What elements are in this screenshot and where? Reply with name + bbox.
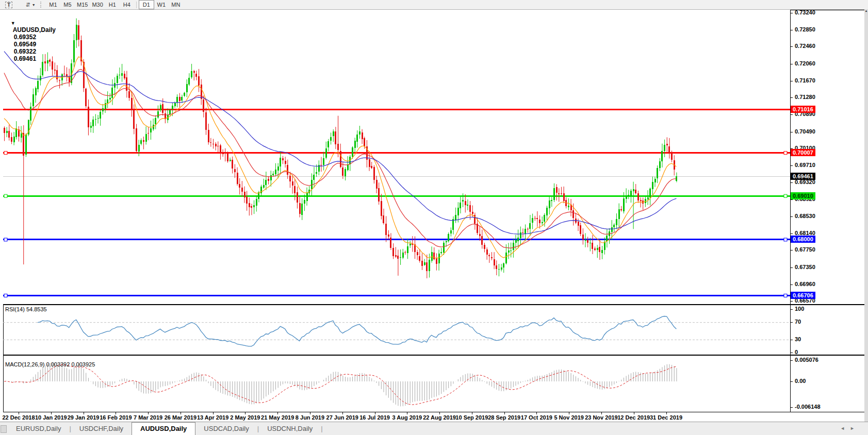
date-tick-label: 2 May 2019 [230, 414, 260, 421]
candle-body [578, 222, 579, 226]
hline-handle-right[interactable] [784, 152, 787, 155]
candle-body [88, 107, 89, 127]
chart-tab-usdchf[interactable]: USDCHF,Daily [71, 423, 132, 435]
text-tool-button[interactable]: T [2, 1, 16, 9]
candle-body [421, 261, 423, 266]
candle-body [323, 158, 324, 165]
timeframe-button-d1[interactable]: D1 [139, 0, 154, 9]
hline-handle-left[interactable] [4, 294, 7, 297]
timeframe-button-m5[interactable]: M5 [60, 1, 75, 9]
candle-body [520, 232, 521, 238]
candle-body [613, 225, 615, 227]
candle-body [246, 197, 248, 203]
timeframe-button-h1[interactable]: H1 [105, 1, 120, 9]
candle-body [203, 99, 204, 112]
timeframe-button-m15[interactable]: M15 [75, 1, 90, 9]
candle-body [443, 243, 445, 253]
arrows-tool-button[interactable]: ⇵ ▼ [23, 1, 38, 9]
rsi-axis[interactable]: 10070300 [790, 305, 864, 355]
candle-body [195, 74, 197, 77]
timeframe-button-w1[interactable]: W1 [154, 1, 169, 9]
tab-scroll-arrows: ◄► [840, 426, 860, 431]
candle-body [604, 242, 605, 249]
chart-tab-audusd[interactable]: AUDUSD,Daily [132, 422, 195, 435]
price-tick-label: 0.72850 [795, 26, 815, 32]
chart-tab-usdcad[interactable]: USDCAD,Daily [195, 423, 257, 435]
candle-body [659, 161, 661, 168]
tab-bar-corner [1, 425, 7, 433]
hline-handle-left[interactable] [4, 152, 7, 155]
candle-body [345, 169, 346, 176]
chart-menu-caret-icon[interactable]: ▼ [11, 21, 15, 26]
chart-symbol-label: AUDUSD,Daily [13, 26, 56, 34]
candle-body [424, 262, 425, 265]
candle-body [234, 169, 236, 172]
candle-body [388, 235, 389, 237]
scroll-up-icon[interactable]: ▲ [864, 9, 868, 12]
arrows-dropdown-caret-icon[interactable]: ▼ [32, 3, 36, 7]
macd-panel[interactable] [3, 356, 790, 412]
candle-body [392, 248, 394, 256]
candle-body [426, 262, 428, 271]
macd-axis[interactable]: 0.0050760.00-0.006148 [790, 356, 864, 412]
candle-body [585, 240, 586, 241]
candle-body [337, 144, 339, 150]
candle-body [635, 190, 636, 194]
candle-body [107, 99, 108, 103]
candle-body [436, 258, 437, 263]
timeframe-button-h4[interactable]: H4 [120, 1, 134, 9]
bar-low-value: 0.69322 [14, 48, 36, 55]
tab-scroll-right-icon[interactable]: ► [850, 426, 860, 431]
candle-body [105, 103, 106, 109]
candle-body [508, 250, 510, 253]
timeframe-button-m30[interactable]: M30 [90, 1, 105, 9]
candle-body [376, 180, 378, 189]
candle-body [491, 257, 493, 259]
rsi-tick-label: 70 [795, 319, 801, 325]
timeframe-button-m1[interactable]: M1 [46, 1, 60, 9]
hline-handle-left[interactable] [4, 194, 7, 197]
hline-handle-left[interactable] [4, 238, 7, 241]
timeframe-button-mn[interactable]: MN [169, 1, 183, 9]
date-tick-label: 8 Jun 2019 [296, 414, 324, 421]
price-tick-mark [790, 199, 793, 200]
candle-body [513, 243, 514, 250]
chart-tab-usdcnh[interactable]: USDCNH,Daily [259, 423, 321, 435]
candle-body [6, 131, 8, 133]
candle-body [42, 62, 43, 75]
candle-body [299, 203, 301, 214]
candle-body [630, 191, 632, 196]
tab-scroll-left-icon[interactable]: ◄ [840, 426, 850, 431]
date-axis[interactable]: 22 Dec 201810 Jan 201929 Jan 201916 Feb … [0, 412, 864, 422]
price-tick-mark [790, 301, 793, 302]
candle-body [201, 85, 202, 98]
candle-body [270, 175, 272, 180]
candle-body [594, 248, 596, 250]
candle-body [155, 118, 156, 124]
candle-body [527, 229, 529, 229]
price-axis[interactable]: 0.732400.728500.724600.720600.716700.712… [790, 10, 864, 304]
candle-body [294, 186, 296, 194]
timeframe-button-group: M1M5M15M30H1H4D1W1MN [46, 0, 183, 9]
chart-tab-eurusd[interactable]: EURUSD,Daily [8, 423, 69, 435]
text-tool-icon: T [5, 2, 13, 8]
rsi-panel[interactable] [3, 305, 790, 355]
candle-body [244, 192, 245, 197]
price-tick-mark [790, 132, 793, 132]
candle-body [251, 206, 252, 208]
candle-body [306, 193, 308, 202]
price-tick-mark [790, 182, 793, 183]
candle-body [145, 134, 147, 142]
hline-handle-right[interactable] [784, 238, 787, 241]
vertical-scrollbar[interactable]: ▲ [864, 9, 868, 422]
main-price-chart[interactable] [3, 10, 790, 304]
candle-body [15, 128, 17, 137]
candle-body [224, 153, 226, 154]
price-tick-mark [790, 81, 793, 81]
hline-handle-right[interactable] [784, 294, 787, 297]
candle-body [179, 97, 181, 101]
candle-body [205, 112, 207, 130]
candle-body [517, 238, 519, 241]
candle-body [215, 144, 217, 147]
hline-handle-right[interactable] [784, 194, 787, 197]
